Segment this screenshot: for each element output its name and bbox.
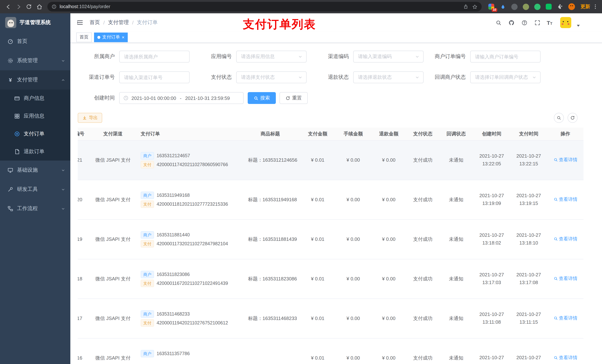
extension-olive-icon[interactable]: [522, 3, 529, 10]
search-icon[interactable]: [495, 19, 502, 26]
merchant-order-no: 1635311823086: [157, 272, 190, 277]
cell-id: 20: [78, 180, 93, 219]
pay-order-no: 4200001174202110278060590766: [157, 162, 228, 167]
view-detail-link[interactable]: 查看详情: [553, 197, 577, 203]
sidebar-item-payment[interactable]: ¥ 支付管理: [0, 70, 70, 90]
refund-status-select[interactable]: 请选择退款状态: [353, 71, 424, 83]
share-icon[interactable]: [463, 4, 468, 9]
app-logo: [5, 17, 16, 28]
profile-avatar-icon[interactable]: [568, 3, 575, 10]
breadcrumb-home[interactable]: 首页: [90, 19, 100, 26]
orders-table-container: 编号 支付渠道 支付订单 商品标题 支付金额 手续金额 退款金额 支付状态 回调…: [78, 128, 595, 364]
channel-order-no-input[interactable]: [119, 71, 190, 83]
filter-row-2: 渠道订单号 支付状态 请选择支付状态 退款状态 请选择退款状态: [78, 71, 595, 83]
cell-notify: 未通知: [439, 219, 473, 259]
cell-pay-order: 商户 1635312124657 支付 42000011742021102780…: [133, 140, 241, 180]
notify-status-select[interactable]: 请选择订单回调商户状态: [470, 71, 540, 83]
update-button[interactable]: 更新: [578, 3, 592, 10]
sidebar-item-refund-order[interactable]: 退款订单: [0, 143, 70, 161]
cell-id: 18: [78, 259, 93, 299]
user-avatar[interactable]: [560, 17, 571, 28]
breadcrumb: 首页 / 支付管理 / 支付订单: [90, 19, 158, 26]
sidebar-item-home[interactable]: 首页: [0, 32, 70, 51]
hamburger-icon[interactable]: [76, 19, 84, 26]
cell-pay-time: 2021-10-27: [510, 338, 547, 364]
cell-title: 标题：1635311881439: [241, 219, 300, 259]
avatar-caret-icon[interactable]: [577, 25, 580, 27]
cell-amount: ¥ 0.01: [300, 299, 335, 338]
extension-green-square-icon[interactable]: [545, 3, 552, 10]
app-logo-row[interactable]: 芋道管理系统: [0, 13, 70, 32]
sidebar-item-devtools[interactable]: 研发工具: [0, 180, 70, 199]
back-icon[interactable]: [3, 1, 13, 12]
merchant-input[interactable]: [119, 51, 190, 62]
cell-actions: 查看详情: [547, 338, 583, 364]
cell-create-time: 2021-10-27 13:11:08: [473, 299, 510, 338]
clock-icon: [123, 95, 129, 101]
page-content: 所属商户 应用编号 请选择应用信息 渠道编码 请输入渠道编码: [70, 43, 602, 364]
url-path: :1024/pay/order: [78, 4, 110, 9]
filter-label: 商户订单编号: [429, 53, 466, 60]
date-start: 2021-10-01 00:00:00: [131, 95, 176, 101]
site-info-icon[interactable]: [52, 4, 57, 9]
sidebar-item-workflow[interactable]: 工作流程: [0, 199, 70, 218]
cell-actions: 查看详情: [547, 259, 583, 299]
breadcrumb-payment[interactable]: 支付管理: [108, 19, 129, 26]
cell-pay-order: 商户 1635311881440 支付 42000011732021102728…: [133, 219, 241, 259]
cell-notify: 未通知: [439, 338, 473, 364]
cell-channel: 微信 JSAPI 支付: [93, 338, 133, 364]
view-detail-link[interactable]: 查看详情: [553, 315, 577, 322]
toggle-search-button[interactable]: [554, 113, 564, 123]
merchant-order-no-input[interactable]: [470, 51, 540, 62]
home-icon[interactable]: [34, 1, 44, 12]
tab-pay-order[interactable]: 支付订单 ×: [94, 32, 128, 42]
view-detail-link[interactable]: 查看详情: [553, 157, 577, 163]
cell-id: 19: [78, 219, 93, 259]
sidebar-item-infra[interactable]: 基础设施: [0, 161, 70, 180]
extensions-puzzle-icon[interactable]: [557, 3, 564, 10]
address-bar[interactable]: localhost:1024/pay/order: [47, 2, 482, 11]
close-tab-icon[interactable]: ×: [122, 35, 124, 39]
sidebar-item-system[interactable]: 系统管理: [0, 51, 70, 70]
view-detail-link[interactable]: 查看详情: [553, 355, 577, 361]
extension-drop-icon[interactable]: [499, 3, 506, 10]
sidebar-item-merchant-info[interactable]: 商户信息: [0, 90, 70, 107]
wrench-icon: [7, 187, 13, 192]
tab-home[interactable]: 首页: [76, 32, 92, 42]
forward-icon[interactable]: [13, 1, 24, 12]
filter-label: 回调商户状态: [429, 74, 466, 81]
pay-order-no: 4200001173202110272847982104: [157, 241, 228, 246]
merchant-tag: 商户: [141, 350, 154, 357]
chevron-down-icon: [61, 168, 65, 172]
dashboard-icon: [7, 39, 13, 44]
orders-table: 编号 支付渠道 支付订单 商品标题 支付金额 手续金额 退款金额 支付状态 回调…: [78, 128, 583, 364]
channel-code-select[interactable]: 请输入渠道编码: [353, 51, 424, 62]
create-time-range-picker[interactable]: 2021-10-01 00:00:00 - 2021-10-31 23:59:5…: [119, 92, 244, 104]
cell-actions: 查看详情: [547, 140, 583, 180]
view-detail-link[interactable]: 查看详情: [553, 276, 577, 282]
fullscreen-icon[interactable]: [534, 19, 541, 26]
refresh-icon[interactable]: [24, 1, 34, 12]
reset-button[interactable]: 重置: [280, 92, 308, 104]
refresh-table-button[interactable]: [568, 113, 578, 123]
sidebar-item-pay-order[interactable]: 支付订单: [0, 125, 70, 143]
browser-menu-icon[interactable]: [592, 4, 599, 10]
chevron-down-icon: [298, 54, 302, 59]
extension-colorful-icon[interactable]: 10: [488, 3, 495, 10]
extension-green-circle-icon[interactable]: [534, 3, 541, 10]
extension-dark-icon[interactable]: [511, 3, 518, 10]
extension-badge: 10: [492, 8, 497, 12]
cell-amount: ¥ 0.01: [300, 338, 335, 364]
search-button[interactable]: 搜索: [248, 92, 276, 104]
view-detail-link[interactable]: 查看详情: [553, 236, 577, 242]
font-size-icon[interactable]: TT: [547, 20, 552, 25]
github-icon[interactable]: [508, 19, 515, 26]
export-button[interactable]: 导出: [78, 113, 102, 123]
sidebar-item-app-info[interactable]: 应用信息: [0, 107, 70, 125]
pay-status-select[interactable]: 请选择支付状态: [236, 71, 307, 83]
bookmark-star-icon[interactable]: [472, 4, 478, 10]
app-id-select[interactable]: 请选择应用信息: [236, 51, 307, 62]
help-icon[interactable]: [521, 19, 528, 26]
order-row: 16 微信 JSAPI 支付 商户 1635311357786 支付: [78, 338, 583, 364]
pay-tag: 支付: [141, 200, 154, 208]
